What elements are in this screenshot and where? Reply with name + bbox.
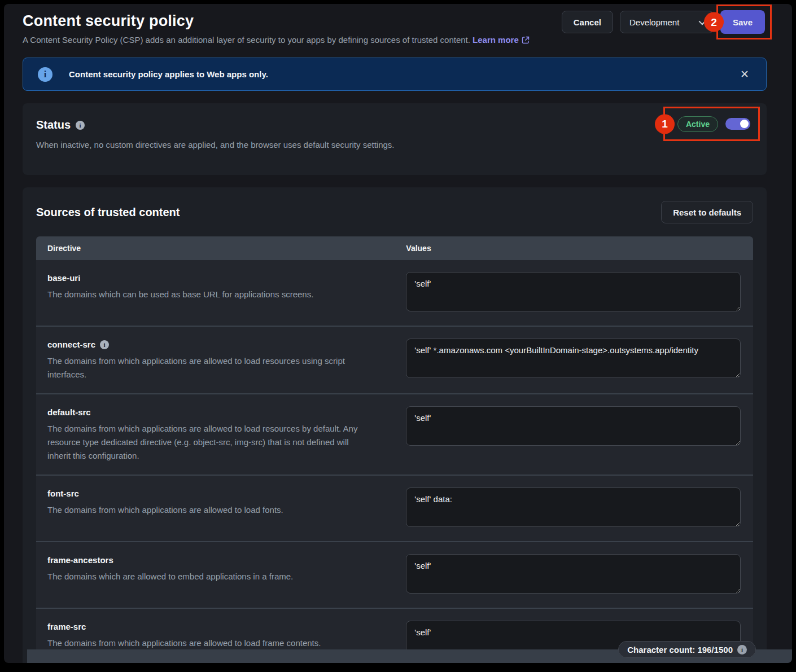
sources-title: Sources of trusted content: [36, 206, 180, 219]
csp-settings-page: Content security policy A Content Securi…: [4, 4, 792, 663]
character-count-tooltip: Character count: 196/1500 i: [618, 641, 756, 658]
directive-cell: frame-ancestors i The domains which are …: [36, 554, 406, 596]
status-info-icon[interactable]: i: [76, 121, 85, 130]
directive-name-text: frame-ancestors: [47, 555, 113, 565]
toggle-knob: [740, 120, 749, 128]
reset-to-defaults-button[interactable]: Reset to defaults: [661, 201, 753, 223]
character-count-text: Character count: 196/1500: [627, 645, 733, 655]
environment-dropdown[interactable]: Development: [620, 11, 714, 33]
directive-name-text: frame-src: [47, 622, 86, 631]
directives-table-body: base-uri i The domains which can be used…: [36, 260, 753, 663]
directive-cell: base-uri i The domains which can be used…: [36, 272, 406, 314]
values-cell: 'self' *.amazonaws.com <yourBuiltInDomai…: [406, 339, 753, 381]
external-link-icon: [522, 36, 530, 46]
directive-name-text: connect-src: [47, 340, 95, 349]
close-icon[interactable]: ✕: [738, 65, 751, 83]
info-banner: i Content security policy applies to Web…: [23, 58, 767, 91]
directive-cell: connect-src i The domains from which app…: [36, 339, 406, 381]
directive-value-textarea[interactable]: 'self' data:: [406, 487, 741, 527]
directive-info-icon[interactable]: i: [100, 340, 109, 349]
directive-value-textarea[interactable]: 'self' *.amazonaws.com <yourBuiltInDomai…: [406, 339, 741, 378]
directive-description: The domains from which applications are …: [47, 354, 372, 381]
app-window: Content security policy A Content Securi…: [4, 4, 792, 663]
directive-description: The domains which can be used as base UR…: [47, 288, 372, 301]
directive-description: The domains which are allowed to embed a…: [47, 570, 372, 583]
directive-name: frame-src i: [47, 622, 372, 631]
directive-name-text: font-src: [47, 489, 79, 498]
status-title: Status i: [36, 118, 753, 131]
table-row: base-uri i The domains which can be used…: [36, 260, 753, 326]
directive-name: frame-ancestors i: [47, 555, 372, 565]
status-title-text: Status: [36, 118, 71, 131]
table-row: font-src i The domains from which applic…: [36, 475, 753, 541]
directive-name: font-src i: [47, 489, 372, 498]
cancel-button[interactable]: Cancel: [562, 11, 613, 33]
table-row: connect-src i The domains from which app…: [36, 326, 753, 393]
directive-value-textarea[interactable]: 'self': [406, 272, 741, 311]
info-banner-message: Content security policy applies to Web a…: [69, 69, 738, 79]
directive-name-text: base-uri: [47, 273, 80, 283]
environment-dropdown-value: Development: [629, 17, 679, 27]
directive-name: default-src i: [47, 407, 372, 417]
annotation-badge-1: 1: [655, 114, 675, 134]
directive-cell: default-src i The domains from which app…: [36, 406, 406, 463]
page-subtitle-text: A Content Security Policy (CSP) adds an …: [23, 35, 470, 45]
page-subtitle: A Content Security Policy (CSP) adds an …: [23, 35, 767, 46]
directive-name: base-uri i: [47, 273, 372, 283]
directives-table: Directive Values base-uri i The domains …: [36, 236, 753, 663]
annotation-badge-2: 2: [704, 12, 724, 32]
table-row: default-src i The domains from which app…: [36, 393, 753, 475]
values-cell: 'self' data:: [406, 487, 753, 529]
status-section: Status i When inactive, no custom direct…: [23, 103, 767, 175]
directive-description: The domains from which applications are …: [47, 636, 372, 650]
save-button-wrapper: 2 Save: [720, 10, 765, 34]
directive-value-textarea[interactable]: 'self': [406, 554, 741, 594]
directive-description: The domains from which applications are …: [47, 422, 372, 463]
values-cell: 'self': [406, 554, 753, 596]
directive-description: The domains from which applications are …: [47, 503, 372, 517]
sources-section: Sources of trusted content Reset to defa…: [23, 187, 767, 663]
directive-name: connect-src i: [47, 340, 372, 349]
status-description: When inactive, no custom directives are …: [36, 140, 753, 150]
info-icon: i: [38, 67, 53, 82]
status-badge: Active: [677, 116, 718, 132]
values-cell: 'self': [406, 272, 753, 314]
table-row: frame-ancestors i The domains which are …: [36, 541, 753, 608]
header-actions: Cancel Development 2 Save: [562, 10, 765, 34]
column-header-values: Values: [406, 244, 431, 253]
directives-table-header: Directive Values: [36, 236, 753, 260]
directive-value-textarea[interactable]: 'self': [406, 406, 741, 446]
directive-name-text: default-src: [47, 407, 91, 417]
save-button[interactable]: Save: [720, 10, 765, 34]
status-toggle[interactable]: [725, 118, 750, 130]
character-count-info-icon[interactable]: i: [737, 645, 747, 655]
learn-more-link[interactable]: Learn more: [473, 35, 519, 45]
column-header-directive: Directive: [47, 244, 81, 253]
annotation-rect-status: 1 Active: [663, 107, 760, 141]
directive-cell: font-src i The domains from which applic…: [36, 487, 406, 529]
values-cell: 'self': [406, 406, 753, 463]
sources-header: Sources of trusted content Reset to defa…: [36, 201, 753, 223]
